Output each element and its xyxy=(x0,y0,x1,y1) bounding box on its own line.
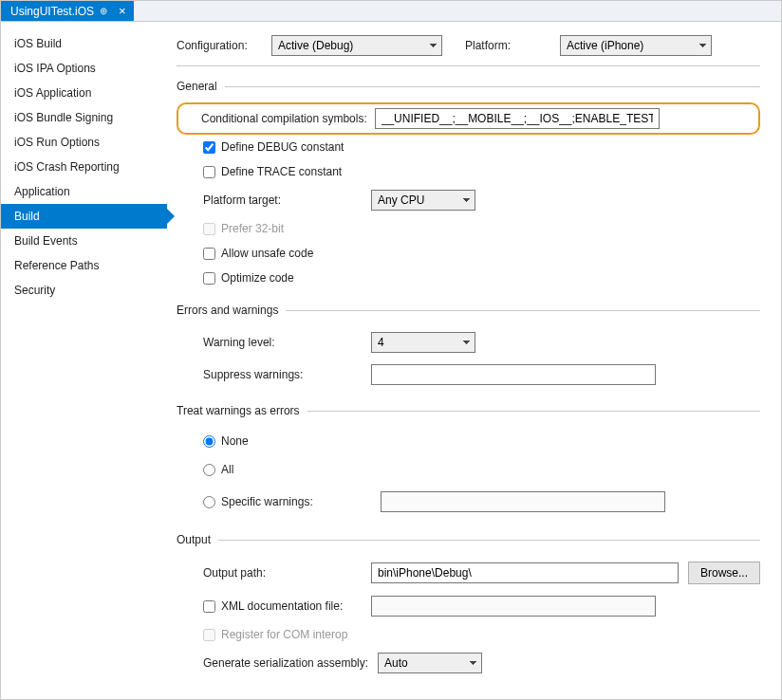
section-errors: Errors and warnings xyxy=(177,304,760,317)
prefer-32bit-label: Prefer 32-bit xyxy=(221,222,284,235)
section-general: General xyxy=(177,80,760,93)
xml-doc-checkbox[interactable] xyxy=(203,600,215,613)
treat-specific-label: Specific warnings: xyxy=(221,495,375,508)
platform-select[interactable]: Active (iPhone) xyxy=(560,35,712,56)
treat-all-radio[interactable] xyxy=(203,464,215,476)
browse-button[interactable]: Browse... xyxy=(688,562,760,584)
treat-all-label: All xyxy=(221,463,233,476)
optimize-checkbox[interactable] xyxy=(203,272,215,285)
section-output: Output xyxy=(177,533,760,546)
configuration-label: Configuration: xyxy=(177,39,262,52)
gen-serialization-label: Generate serialization assembly: xyxy=(177,656,368,670)
gen-serialization-select[interactable]: Auto xyxy=(378,653,482,673)
divider xyxy=(307,411,760,412)
main-panel: Configuration: Active (Debug) Platform: … xyxy=(167,22,781,699)
treat-all-row: All xyxy=(203,463,760,476)
sidebar-item-ios-build[interactable]: iOS Build xyxy=(1,31,167,56)
xml-doc-input xyxy=(371,596,656,617)
define-trace-label: Define TRACE constant xyxy=(221,165,342,178)
platform-target-select[interactable]: Any CPU xyxy=(371,190,475,211)
sidebar-item-ios-crash-reporting[interactable]: iOS Crash Reporting xyxy=(1,155,167,179)
allow-unsafe-label: Allow unsafe code xyxy=(221,247,313,260)
optimize-row: Optimize code xyxy=(203,271,760,285)
divider xyxy=(177,65,760,66)
divider xyxy=(286,310,760,311)
sidebar-item-ios-bundle-signing[interactable]: iOS Bundle Signing xyxy=(1,105,167,130)
sidebar-item-reference-paths[interactable]: Reference Paths xyxy=(1,253,167,278)
section-treat: Treat warnings as errors xyxy=(177,404,760,417)
configuration-select[interactable]: Active (Debug) xyxy=(271,35,442,56)
conditional-compilation-row: Conditional compilation symbols: xyxy=(177,102,760,135)
register-com-row: Register for COM interop xyxy=(203,628,760,641)
optimize-label: Optimize code xyxy=(221,271,294,285)
register-com-label: Register for COM interop xyxy=(221,628,347,641)
divider xyxy=(218,540,760,541)
sidebar-item-ios-application[interactable]: iOS Application xyxy=(1,81,167,105)
platform-label: Platform: xyxy=(465,39,550,52)
sidebar-item-security[interactable]: Security xyxy=(1,278,167,303)
allow-unsafe-checkbox[interactable] xyxy=(203,248,215,260)
prefer-32bit-row: Prefer 32-bit xyxy=(203,222,760,235)
sidebar-item-build[interactable]: Build xyxy=(1,204,167,229)
xml-doc-label: XML documentation file: xyxy=(221,599,343,613)
gen-serialization-row: Generate serialization assembly: Auto xyxy=(177,653,760,673)
section-output-title: Output xyxy=(177,533,211,546)
warning-level-select[interactable]: 4 xyxy=(371,332,475,353)
treat-specific-input xyxy=(381,491,665,512)
define-trace-checkbox[interactable] xyxy=(203,166,215,178)
define-debug-row: Define DEBUG constant xyxy=(203,140,760,154)
sidebar-item-ios-run-options[interactable]: iOS Run Options xyxy=(1,130,167,155)
register-com-checkbox xyxy=(203,629,215,641)
treat-specific-radio[interactable] xyxy=(203,496,215,508)
sidebar: iOS Build iOS IPA Options iOS Applicatio… xyxy=(1,22,167,699)
pin-icon[interactable]: ⊕ xyxy=(100,6,107,16)
define-trace-row: Define TRACE constant xyxy=(203,165,760,178)
define-debug-label: Define DEBUG constant xyxy=(221,140,344,154)
define-debug-checkbox[interactable] xyxy=(203,141,215,154)
treat-none-label: None xyxy=(221,434,249,448)
output-path-input[interactable] xyxy=(371,562,679,583)
warning-level-row: Warning level: 4 xyxy=(177,332,760,353)
treat-none-row: None xyxy=(203,434,760,448)
output-path-label: Output path: xyxy=(177,566,362,580)
treat-none-radio[interactable] xyxy=(203,435,215,448)
tab-bar: UsingUITest.iOS ⊕ × xyxy=(1,1,781,22)
suppress-warnings-row: Suppress warnings: xyxy=(177,364,760,385)
platform-target-label: Platform target: xyxy=(177,193,362,207)
section-treat-title: Treat warnings as errors xyxy=(177,404,300,417)
warning-level-label: Warning level: xyxy=(177,336,362,349)
treat-specific-row: Specific warnings: xyxy=(203,491,760,512)
output-path-row: Output path: Browse... xyxy=(177,562,760,584)
sidebar-item-build-events[interactable]: Build Events xyxy=(1,229,167,253)
suppress-warnings-label: Suppress warnings: xyxy=(177,368,362,381)
allow-unsafe-row: Allow unsafe code xyxy=(203,247,760,260)
suppress-warnings-input[interactable] xyxy=(371,364,656,385)
conditional-compilation-label: Conditional compilation symbols: xyxy=(184,112,367,125)
tab-title: UsingUITest.iOS xyxy=(10,5,94,18)
sidebar-item-application[interactable]: Application xyxy=(1,179,167,204)
close-icon[interactable]: × xyxy=(119,5,126,17)
section-errors-title: Errors and warnings xyxy=(177,304,278,317)
content: iOS Build iOS IPA Options iOS Applicatio… xyxy=(1,22,781,699)
xml-doc-row: XML documentation file: xyxy=(177,596,760,617)
platform-target-row: Platform target: Any CPU xyxy=(177,190,760,211)
section-general-title: General xyxy=(177,80,217,93)
tab-active[interactable]: UsingUITest.iOS ⊕ × xyxy=(1,1,134,21)
conditional-compilation-input[interactable] xyxy=(375,108,660,129)
prefer-32bit-checkbox xyxy=(203,223,215,235)
configuration-row: Configuration: Active (Debug) Platform: … xyxy=(177,35,760,56)
sidebar-item-ios-ipa[interactable]: iOS IPA Options xyxy=(1,56,167,81)
divider xyxy=(225,86,760,87)
